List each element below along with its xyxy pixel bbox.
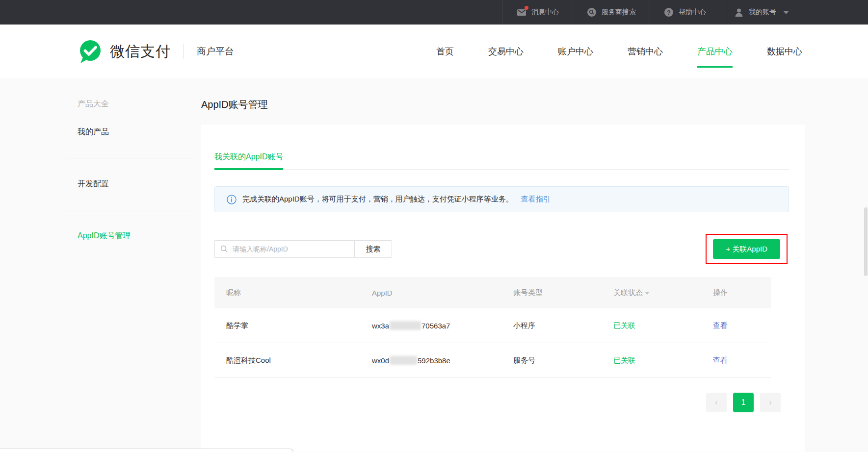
search-input[interactable] bbox=[214, 240, 354, 258]
chevron-down-icon bbox=[783, 11, 789, 14]
banner-text: 完成关联的AppID账号，将可用于支付，营销，用户触达，支付凭证小程序等业务。 bbox=[242, 195, 513, 204]
table-row: 酷学掌 wx3a70563a7 小程序 已关联 查看 bbox=[214, 308, 771, 343]
nav-item-data-center[interactable]: 数据中心 bbox=[767, 25, 802, 78]
cell-nickname: 酷学掌 bbox=[214, 321, 360, 330]
table-header: 昵称 AppID 账号类型 关联状态 操作 bbox=[214, 277, 771, 308]
topbar-item-label: 消息中心 bbox=[531, 8, 559, 17]
chevron-left-icon: ‹ bbox=[715, 398, 717, 407]
mail-icon bbox=[517, 7, 526, 17]
wechat-pay-logo-icon bbox=[78, 39, 103, 64]
page-1-button[interactable]: 1 bbox=[733, 393, 754, 412]
next-page-button[interactable]: › bbox=[760, 393, 781, 412]
topbar-item-help[interactable]: ? 帮助中心 bbox=[650, 0, 720, 25]
page-body: 产品大全 我的产品 开发配置 AppID账号管理 AppID账号管理 我关联的A… bbox=[0, 78, 868, 452]
tab-row: 我关联的AppID账号 bbox=[214, 152, 789, 170]
svg-text:?: ? bbox=[667, 9, 670, 16]
brand-name: 微信支付 bbox=[110, 42, 171, 62]
view-link[interactable]: 查看 bbox=[713, 356, 728, 364]
appid-redaction bbox=[390, 321, 421, 330]
sidebar-section-label: 产品大全 bbox=[0, 99, 201, 109]
topbar: 消息中心 服务商搜索 ? 帮助中心 我的账号 bbox=[0, 0, 868, 25]
prev-page-button[interactable]: ‹ bbox=[706, 393, 727, 412]
view-link[interactable]: 查看 bbox=[713, 321, 728, 329]
cell-appid: wx3a70563a7 bbox=[360, 321, 501, 330]
sidebar-item-dev-config[interactable]: 开发配置 bbox=[0, 179, 201, 189]
col-nickname: 昵称 bbox=[214, 288, 360, 298]
col-actions: 操作 bbox=[701, 288, 771, 298]
nav-item-product-center[interactable]: 产品中心 bbox=[697, 25, 733, 78]
main-content: AppID账号管理 我关联的AppID账号 完成关联的AppID账号，将可用于支… bbox=[201, 78, 868, 452]
appid-table: 昵称 AppID 账号类型 关联状态 操作 酷学掌 wx3a70563a7 小程… bbox=[214, 277, 771, 378]
tab-my-linked-appids[interactable]: 我关联的AppID账号 bbox=[214, 152, 283, 170]
appid-prefix: wx0d bbox=[372, 356, 389, 365]
search-group: 搜索 bbox=[214, 240, 392, 258]
col-link-status-label: 关联状态 bbox=[613, 288, 643, 298]
appid-redaction bbox=[390, 356, 417, 365]
sidebar-item-appid-management[interactable]: AppID账号管理 bbox=[0, 231, 201, 241]
header: 微信支付 商户平台 首页 交易中心 账户中心 营销中心 产品中心 数据中心 bbox=[0, 25, 868, 78]
topbar-item-provider-search[interactable]: 服务商搜索 bbox=[573, 0, 650, 25]
appid-prefix: wx3a bbox=[372, 322, 389, 330]
page-title: AppID账号管理 bbox=[201, 98, 868, 111]
status-badge: 已关联 bbox=[602, 321, 701, 330]
main-nav: 首页 交易中心 账户中心 营销中心 产品中心 数据中心 bbox=[436, 25, 802, 78]
cell-nickname: 酷渲科技Cool bbox=[214, 356, 360, 365]
cell-account-type: 小程序 bbox=[501, 321, 602, 330]
topbar-item-my-account[interactable]: 我的账号 bbox=[720, 0, 803, 25]
search-box bbox=[214, 240, 354, 258]
topbar-item-label: 我的账号 bbox=[749, 8, 776, 17]
status-tooltip-bar bbox=[0, 449, 293, 452]
nav-item-transaction-center[interactable]: 交易中心 bbox=[488, 25, 524, 78]
search-icon bbox=[220, 245, 228, 253]
content-card: 我关联的AppID账号 完成关联的AppID账号，将可用于支付，营销，用户触达，… bbox=[201, 125, 805, 452]
brand-divider bbox=[184, 44, 184, 59]
col-appid: AppID bbox=[360, 289, 501, 297]
cell-account-type: 服务号 bbox=[501, 356, 602, 365]
nav-item-home[interactable]: 首页 bbox=[436, 25, 454, 78]
status-badge: 已关联 bbox=[602, 356, 701, 365]
chevron-right-icon: › bbox=[769, 398, 771, 407]
topbar-item-messages[interactable]: 消息中心 bbox=[502, 0, 573, 25]
sidebar-item-my-products[interactable]: 我的产品 bbox=[0, 127, 201, 137]
col-account-type: 账号类型 bbox=[501, 288, 602, 298]
sidebar: 产品大全 我的产品 开发配置 AppID账号管理 bbox=[0, 78, 201, 452]
topbar-item-label: 帮助中心 bbox=[679, 8, 706, 17]
cell-appid: wx0d592b3b8e bbox=[360, 356, 501, 365]
red-annotation-box: + 关联AppID bbox=[706, 234, 788, 264]
brand-block[interactable]: 微信支付 商户平台 bbox=[78, 39, 234, 64]
info-banner: 完成关联的AppID账号，将可用于支付，营销，用户触达，支付凭证小程序等业务。 … bbox=[214, 186, 789, 212]
toolbar: 搜索 + 关联AppID bbox=[214, 234, 789, 264]
view-guide-link[interactable]: 查看指引 bbox=[521, 195, 551, 204]
appid-suffix: 592b3b8e bbox=[418, 356, 450, 365]
appid-suffix: 70563a7 bbox=[421, 322, 450, 330]
topbar-item-label: 服务商搜索 bbox=[602, 8, 636, 17]
info-icon bbox=[227, 195, 237, 204]
unread-badge bbox=[525, 6, 528, 10]
pagination: ‹ 1 › bbox=[214, 393, 789, 412]
col-link-status[interactable]: 关联状态 bbox=[602, 288, 701, 298]
scrollbar-thumb[interactable] bbox=[864, 207, 868, 276]
search-button[interactable]: 搜索 bbox=[354, 240, 392, 258]
table-row: 酷渲科技Cool wx0d592b3b8e 服务号 已关联 查看 bbox=[214, 343, 771, 378]
sidebar-divider bbox=[66, 158, 191, 158]
sort-caret-icon bbox=[645, 292, 649, 295]
sidebar-divider bbox=[66, 210, 191, 210]
search-circle-icon bbox=[587, 7, 597, 17]
link-appid-button[interactable]: + 关联AppID bbox=[713, 239, 780, 259]
user-icon bbox=[734, 7, 744, 17]
portal-name: 商户平台 bbox=[197, 45, 234, 58]
nav-item-marketing-center[interactable]: 营销中心 bbox=[628, 25, 663, 78]
nav-item-account-center[interactable]: 账户中心 bbox=[558, 25, 593, 78]
question-circle-icon: ? bbox=[664, 7, 674, 17]
